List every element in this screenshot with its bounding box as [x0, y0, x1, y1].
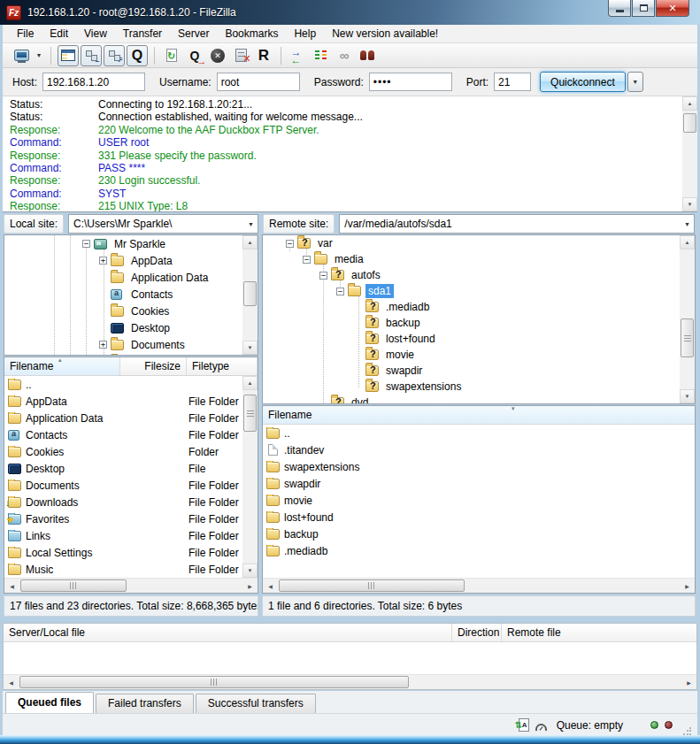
disconnect-button[interactable]: [230, 45, 251, 66]
file-row[interactable]: swapdir: [263, 475, 695, 492]
scroll-up-icon[interactable]: ▲: [682, 96, 697, 111]
column-filesize[interactable]: Filesize: [120, 357, 187, 375]
file-row[interactable]: CookiesFolder: [4, 443, 258, 460]
tree-item[interactable]: swapextensions: [263, 379, 695, 395]
file-search-button[interactable]: [357, 45, 378, 66]
file-row[interactable]: DesktopFile: [4, 460, 258, 477]
tree-item[interactable]: media: [263, 251, 695, 267]
close-button[interactable]: ✕: [656, 0, 689, 17]
tree-item[interactable]: Desktop: [4, 319, 258, 336]
queue-hscrollbar[interactable]: ◀ ▶: [4, 674, 696, 689]
directory-comparison-button[interactable]: [288, 45, 309, 66]
filename-filters-button[interactable]: ∞: [334, 45, 355, 66]
expand-icon[interactable]: [99, 257, 107, 265]
log-scrollbar-thumb[interactable]: [683, 113, 696, 133]
tree-item[interactable]: movie: [263, 347, 695, 363]
tab-queued-files[interactable]: Queued files: [5, 692, 94, 713]
menu-bookmarks[interactable]: Bookmarks: [217, 26, 286, 42]
local-list-scrollbar-thumb[interactable]: [243, 395, 257, 432]
remote-list-hscrollbar-thumb[interactable]: [279, 579, 465, 592]
log-scrollbar[interactable]: ▲ ▼: [682, 96, 697, 211]
transfer-type-icon[interactable]: [519, 718, 529, 732]
tree-item[interactable]: autofs: [263, 267, 695, 283]
toggle-local-tree-button[interactable]: L: [81, 45, 102, 66]
tree-item[interactable]: Documents: [4, 336, 258, 353]
file-row[interactable]: backup: [263, 525, 695, 542]
queue-hscrollbar-thumb[interactable]: [19, 676, 409, 688]
refresh-button[interactable]: [161, 45, 182, 66]
local-site-combo[interactable]: C:\Users\Mr Sparkle\: [68, 214, 258, 234]
file-row[interactable]: LinksFile Folder: [4, 527, 258, 544]
tree-item[interactable]: backup: [263, 315, 695, 331]
file-row[interactable]: movie: [263, 492, 695, 509]
cancel-button[interactable]: ✕: [207, 45, 228, 66]
tab-failed-transfers[interactable]: Failed transfers: [96, 694, 194, 713]
site-manager-dropdown[interactable]: ▼: [34, 45, 44, 66]
host-input[interactable]: [42, 73, 145, 91]
process-queue-button[interactable]: Q: [184, 45, 205, 66]
collapse-icon[interactable]: [319, 272, 327, 280]
scroll-down-icon[interactable]: ▼: [680, 389, 695, 403]
site-manager-button[interactable]: [11, 45, 32, 66]
tab-successful-transfers[interactable]: Successful transfers: [196, 694, 316, 713]
menu-file[interactable]: File: [9, 26, 42, 42]
tree-item[interactable]: var: [263, 235, 695, 251]
file-row[interactable]: ..: [4, 376, 258, 393]
maximize-button[interactable]: [632, 0, 655, 17]
tree-item[interactable]: Contacts: [4, 286, 258, 303]
quickconnect-button[interactable]: Quickconnect: [540, 72, 626, 92]
tree-item[interactable]: AppData: [4, 252, 258, 269]
remote-site-combo[interactable]: /var/media/autofs/sda1: [339, 214, 695, 234]
file-row[interactable]: Application DataFile Folder: [4, 410, 258, 426]
column-filename[interactable]: ▴Filename: [4, 357, 120, 375]
column-direction[interactable]: Direction: [452, 624, 502, 641]
minimize-button[interactable]: [608, 0, 631, 17]
tree-item[interactable]: Cookies: [4, 303, 258, 319]
scroll-down-icon[interactable]: ▼: [242, 341, 258, 355]
file-row[interactable]: DocumentsFile Folder: [4, 477, 258, 494]
remote-tree-scrollbar[interactable]: ▲ ▼: [680, 235, 695, 403]
title-bar[interactable]: Fz 192.168.1.20 - root@192.168.1.20 - Fi…: [0, 0, 700, 25]
menu-transfer[interactable]: Transfer: [115, 26, 170, 42]
collapse-icon[interactable]: [82, 240, 90, 248]
file-row[interactable]: Local SettingsFile Folder: [4, 544, 258, 561]
column-filetype[interactable]: Filetype: [187, 357, 258, 375]
local-tree-scrollbar[interactable]: ▲ ▼: [242, 235, 258, 355]
scroll-left-icon[interactable]: ◀: [263, 579, 278, 593]
speed-limits-icon[interactable]: [535, 724, 547, 731]
collapse-icon[interactable]: [286, 240, 294, 248]
password-input[interactable]: [369, 73, 452, 91]
file-row[interactable]: DownloadsFile Folder: [4, 494, 258, 510]
scroll-up-icon[interactable]: ▲: [242, 235, 258, 249]
quickconnect-dropdown[interactable]: ▼: [627, 72, 643, 92]
toggle-remote-tree-button[interactable]: F: [104, 45, 125, 66]
synchronized-browsing-button[interactable]: [311, 45, 332, 66]
scroll-down-icon[interactable]: ▼: [682, 197, 697, 211]
scroll-up-icon[interactable]: ▲: [242, 376, 258, 390]
tree-item-selected[interactable]: sda1: [263, 283, 695, 299]
tree-item[interactable]: Mr Sparkle: [4, 235, 258, 252]
file-row[interactable]: lost+found: [263, 509, 695, 525]
tree-item[interactable]: lost+found: [263, 331, 695, 347]
column-remote-file[interactable]: Remote file: [502, 624, 696, 641]
file-row[interactable]: .titandev: [263, 441, 695, 458]
expand-icon[interactable]: [99, 341, 107, 349]
remote-tree-scrollbar-thumb[interactable]: [681, 318, 694, 357]
scroll-left-icon[interactable]: ◀: [4, 579, 19, 593]
scroll-right-icon[interactable]: ▶: [242, 579, 258, 593]
tree-item[interactable]: swapdir: [263, 363, 695, 379]
local-list-scrollbar[interactable]: ▲ ▼: [242, 376, 258, 578]
collapse-icon[interactable]: [303, 256, 311, 264]
local-list-hscrollbar-thumb[interactable]: [20, 579, 127, 592]
username-input[interactable]: [217, 73, 300, 91]
menu-edit[interactable]: Edit: [42, 26, 76, 42]
tree-item[interactable]: Downloads: [4, 353, 258, 356]
file-row[interactable]: ContactsFile Folder: [4, 426, 258, 443]
scroll-down-icon[interactable]: ▼: [242, 564, 258, 578]
menu-help[interactable]: Help: [286, 26, 324, 42]
local-tree-scrollbar-thumb[interactable]: [243, 281, 257, 306]
menu-view[interactable]: View: [76, 26, 115, 42]
tree-item[interactable]: dvd: [263, 395, 695, 404]
scroll-left-icon[interactable]: ◀: [4, 675, 19, 689]
tree-item[interactable]: .mediadb: [263, 299, 695, 315]
